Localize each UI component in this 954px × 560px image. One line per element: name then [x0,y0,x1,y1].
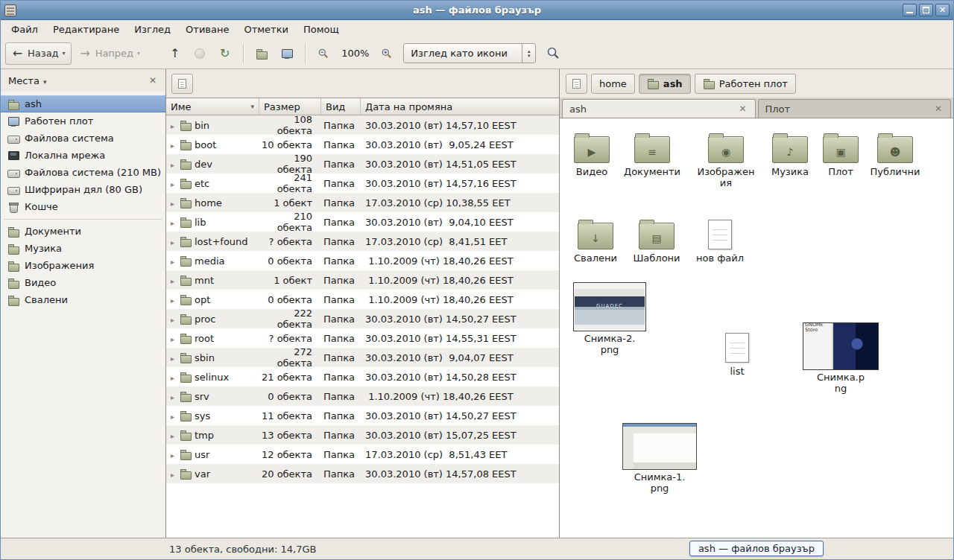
back-button[interactable]: ← Назад ▾ [5,42,72,65]
sidebar-item[interactable]: Документи [1,223,165,240]
expander-icon[interactable] [168,352,177,363]
expander-icon[interactable] [168,178,177,189]
menu-item[interactable]: Помощ [296,22,347,37]
icon-view-item[interactable]: ◉ Изображения [694,126,758,189]
maximize-button[interactable] [919,4,933,16]
icon-view-item[interactable]: GNOME Store Снимка.png [800,316,882,395]
places-title[interactable]: Места [8,75,40,86]
sidebar-item[interactable]: Работен плот [1,112,165,130]
file-row[interactable]: usr 12 обекта Папка 17.03.2010 (ср) 8,51… [166,445,559,464]
close-button[interactable] [935,4,950,16]
sidebar-item[interactable]: Видео [1,274,165,291]
up-button[interactable]: ↑ [162,42,187,65]
expander-icon[interactable] [168,372,177,383]
expander-icon[interactable] [168,139,177,150]
expander-icon[interactable] [168,391,177,402]
view-mode-select[interactable]: Изглед като икони [403,43,536,63]
path-button[interactable]: Работен плот [695,74,796,94]
icon-view-item[interactable]: ☻ Публични [863,126,927,178]
column-header-type[interactable]: Вид [321,98,361,115]
expander-icon[interactable] [168,410,177,421]
file-row[interactable]: lib 210 обекта Папка 30.03.2010 (вт) 9,0… [166,212,559,232]
expander-icon[interactable] [168,449,177,460]
sidebar-item[interactable]: Кошче [1,198,165,215]
menu-item[interactable]: Редактиране [45,22,127,37]
expander-icon[interactable] [168,468,177,480]
menu-item[interactable]: Отиване [178,22,236,37]
file-row[interactable]: selinux 21 обекта Папка 30.03.2010 (вт) … [166,367,559,386]
reload-button[interactable]: ↻ [212,42,237,65]
file-row[interactable]: etc 241 обекта Папка 30.03.2010 (вт) 14,… [166,174,559,193]
tab-close-icon[interactable] [933,104,944,114]
icon-view-item[interactable]: list [711,325,763,378]
icon-view-item[interactable]: ▤ Шаблони [625,212,689,264]
column-header-size[interactable]: Размер [259,98,321,115]
icon-view-item[interactable]: ↓ Свалени [563,212,628,264]
file-row[interactable]: lost+found ? обекта Папка 17.03.2010 (ср… [166,232,559,251]
sidebar-item[interactable]: ash [1,95,165,112]
file-row[interactable]: dev 190 обекта Папка 30.03.2010 (вт) 14,… [166,154,559,174]
window-menu-icon[interactable] [4,4,16,16]
path-button[interactable]: home [591,74,635,94]
icon-view-item[interactable]: нов файл [688,212,752,264]
path-button[interactable]: ash [639,74,691,94]
tab-close-icon[interactable] [737,104,748,114]
expander-icon[interactable] [168,120,177,131]
expander-icon[interactable] [168,294,177,305]
zoom-in-button[interactable] [375,42,399,65]
stop-button[interactable] [189,42,211,65]
sidebar-item[interactable]: Локална мрежа [1,147,165,164]
file-row[interactable]: bin 108 обекта Папка 30.03.2010 (вт) 14,… [166,115,559,135]
expander-icon[interactable] [168,430,177,441]
file-row[interactable]: var 20 обекта Папка 30.03.2010 (вт) 14,5… [166,464,559,483]
sidebar-item[interactable]: Файлова система [1,130,165,147]
file-row[interactable]: home 1 обект Папка 17.03.2010 (ср) 10,38… [166,193,559,212]
menu-item[interactable]: Изглед [127,22,178,37]
file-row[interactable]: proc 222 обекта Папка 30.03.2010 (вт) 14… [166,309,559,328]
file-row[interactable]: mnt 1 обект Папка 1.10.2009 (чт) 18,40,2… [166,270,559,290]
zoom-out-button[interactable] [312,42,335,65]
expander-icon[interactable] [168,275,177,286]
search-button[interactable] [540,42,566,65]
icon-view-item[interactable]: GUADEC Снимка-2.png [569,275,651,356]
file-row[interactable]: root ? обекта Папка 30.03.2010 (вт) 14,5… [166,328,559,348]
file-row[interactable]: opt 0 обекта Папка 1.10.2009 (чт) 18,40,… [166,290,559,309]
file-row[interactable]: boot 10 обекта Папка 30.03.2010 (вт) 9,0… [166,135,559,154]
tab[interactable]: ash [562,99,756,118]
menu-item[interactable]: Файл [4,22,45,37]
column-header-name[interactable]: Име [166,98,259,115]
icon-view-item[interactable]: ▶ Видео [560,126,624,178]
icon-view-item[interactable]: ≡ Документи [620,126,684,178]
sidebar-item[interactable]: Изображения [1,257,165,274]
tab[interactable]: Плот [758,99,952,118]
column-header-date[interactable]: Дата на промяна [361,98,559,115]
forward-button[interactable]: → Напред ▾ [73,42,147,65]
menu-item[interactable]: Отметки [236,22,295,37]
expander-icon[interactable] [168,159,177,170]
file-row[interactable]: sbin 272 обекта Папка 30.03.2010 (вт) 9,… [166,348,559,367]
expander-icon[interactable] [168,333,177,344]
sidebar-item[interactable]: Шифриран дял (80 GB) [1,181,165,198]
minimize-button[interactable] [903,4,917,16]
location-toggle-button[interactable] [566,74,587,94]
file-row[interactable]: sys 11 обекта Папка 30.03.2010 (вт) 14,5… [166,406,559,425]
expander-icon[interactable] [168,197,177,209]
expander-icon[interactable] [168,255,177,267]
sidebar-item[interactable]: Свалени [1,291,165,308]
expander-icon[interactable] [168,217,177,228]
file-row[interactable]: tmp 13 обекта Папка 30.03.2010 (вт) 15,0… [166,425,559,445]
sidebar-item[interactable]: Файлова система (210 MB) [1,164,165,181]
expander-icon[interactable] [168,236,177,247]
file-row[interactable]: media 0 обекта Папка 1.10.2009 (чт) 18,4… [166,251,559,270]
sidebar-item[interactable]: Музика [1,240,165,257]
close-sidebar-button[interactable] [146,74,159,86]
icon-view-item[interactable]: Снимка-1.png [619,417,701,494]
expander-icon[interactable] [168,314,177,325]
home-button[interactable] [250,42,274,65]
icon-label: list [711,366,763,378]
file-row[interactable]: srv 0 обекта Папка 1.10.2009 (чт) 18,40,… [166,386,559,406]
location-toggle-button[interactable] [171,74,193,94]
sidebar-item[interactable] [1,215,165,223]
computer-button[interactable] [275,42,299,65]
chevron-down-icon[interactable] [43,75,47,86]
